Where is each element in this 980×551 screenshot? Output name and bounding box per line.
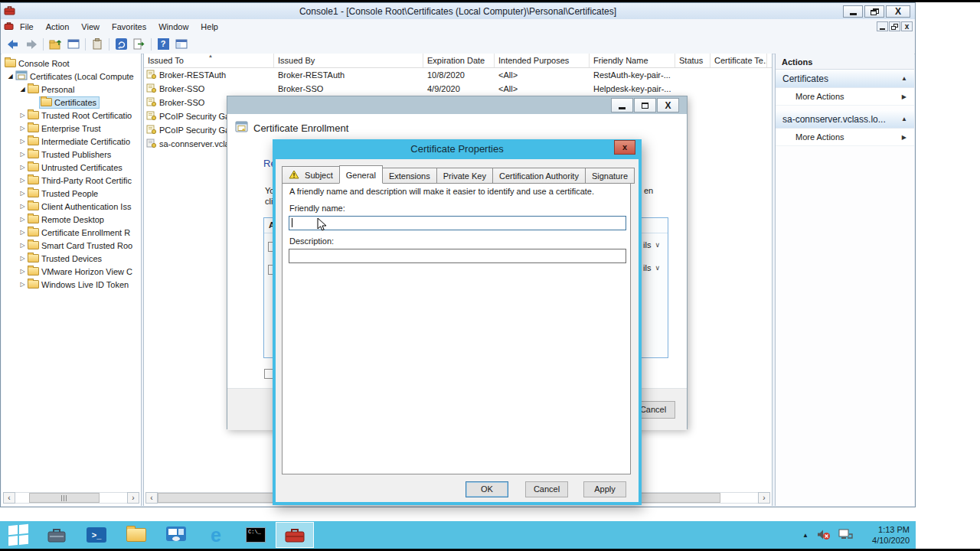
dialog-close-button[interactable]: x: [614, 140, 635, 155]
column-issued-to[interactable]: Issued To▲: [144, 54, 274, 67]
scroll-left-icon[interactable]: ‹: [145, 492, 158, 504]
menu-view[interactable]: View: [75, 20, 106, 34]
column-issued-by[interactable]: Issued By: [274, 54, 423, 67]
chevron-collapsed-icon[interactable]: ▷: [18, 281, 28, 288]
chevron-collapsed-icon[interactable]: ▷: [18, 268, 28, 275]
ok-button[interactable]: OK: [466, 481, 508, 497]
chevron-collapsed-icon[interactable]: ▷: [18, 203, 28, 210]
tree-item-certificates-local[interactable]: ◢ Certificates (Local Compute: [2, 70, 141, 83]
chevron-collapsed-icon[interactable]: ▷: [18, 190, 28, 197]
taskbar-server-manager[interactable]: [37, 521, 77, 549]
back-icon[interactable]: [4, 36, 22, 52]
up-folder-icon[interactable]: [46, 36, 64, 52]
tree-item-client-authentication[interactable]: ▷ Client Authentication Iss: [2, 200, 141, 213]
chevron-collapsed-icon[interactable]: ▷: [18, 125, 28, 132]
mdi-close-button[interactable]: x: [901, 21, 913, 31]
clipboard-icon[interactable]: [88, 36, 106, 52]
refresh-icon[interactable]: [112, 36, 130, 52]
tree-item-remote-desktop[interactable]: ▷ Remote Desktop: [2, 213, 141, 226]
tab-certification-authority[interactable]: Certification Authority: [492, 168, 586, 184]
description-input[interactable]: [289, 249, 626, 263]
collapse-icon[interactable]: ▲: [901, 116, 907, 122]
help-icon[interactable]: ?: [154, 36, 172, 52]
menu-file[interactable]: File: [14, 20, 40, 34]
chevron-collapsed-icon[interactable]: ▷: [18, 229, 28, 236]
friendly-name-input[interactable]: [289, 216, 626, 230]
chevron-collapsed-icon[interactable]: ▷: [18, 164, 28, 171]
chevron-collapsed-icon[interactable]: ▷: [18, 138, 28, 145]
scroll-left-icon[interactable]: ‹: [3, 492, 15, 504]
tree-item-trusted-publishers[interactable]: ▷ Trusted Publishers: [2, 148, 141, 161]
scroll-right-icon[interactable]: ›: [127, 492, 139, 504]
tree-item-certificate-enrollment[interactable]: ▷ Certificate Enrollment R: [2, 226, 141, 239]
tab-extensions[interactable]: Extensions: [382, 168, 437, 184]
taskbar-powershell[interactable]: >_: [77, 521, 116, 549]
enrollment-maximize-button[interactable]: [634, 98, 656, 112]
mdi-restore-button[interactable]: [889, 21, 900, 31]
list-row-broker-restauth[interactable]: Broker-RESTAuth Broker-RESTAuth 10/8/202…: [144, 68, 772, 82]
details-link[interactable]: ils ∨: [643, 263, 660, 272]
column-intended-purposes[interactable]: Intended Purposes: [495, 54, 590, 67]
column-status[interactable]: Status: [675, 54, 710, 67]
forward-icon[interactable]: [22, 36, 41, 52]
export-list-icon[interactable]: [130, 36, 149, 52]
menu-window[interactable]: Window: [152, 20, 194, 34]
tree-horizontal-scrollbar[interactable]: ‹ ›: [3, 492, 139, 504]
show-console-tree-icon[interactable]: [172, 36, 191, 52]
tree-item-windows-live-id[interactable]: ▷ Windows Live ID Token: [2, 278, 141, 291]
taskbar-clock[interactable]: 1:13 PM 4/10/2020: [861, 524, 910, 546]
column-friendly-name[interactable]: Friendly Name: [590, 54, 675, 67]
chevron-collapsed-icon[interactable]: ▷: [18, 216, 28, 223]
title-bar[interactable]: Console1 - [Console Root\Certificates (L…: [1, 3, 915, 19]
chevron-expanded-icon[interactable]: ◢: [18, 86, 28, 93]
scrollbar-thumb[interactable]: [29, 493, 100, 503]
column-certificate-template[interactable]: Certificate Te...: [710, 54, 767, 67]
taskbar-mmc-console[interactable]: [276, 522, 314, 548]
enrollment-minimize-button[interactable]: [611, 98, 633, 112]
restore-button[interactable]: [864, 5, 884, 18]
tree-item-trusted-people[interactable]: ▷ Trusted People: [2, 187, 141, 200]
tree-item-certificates[interactable]: Certificates: [2, 96, 141, 109]
tree-item-console-root[interactable]: Console Root: [2, 57, 141, 70]
taskbar-file-explorer[interactable]: [116, 521, 156, 549]
chevron-collapsed-icon[interactable]: ▷: [18, 177, 28, 184]
list-row-broker-sso-1[interactable]: Broker-SSO Broker-SSO 4/9/2020 <All> Hel…: [144, 82, 772, 96]
tab-private-key[interactable]: Private Key: [436, 168, 493, 184]
scroll-right-icon[interactable]: ›: [758, 492, 770, 504]
column-expiration-date[interactable]: Expiration Date: [423, 54, 495, 67]
menu-action[interactable]: Action: [40, 20, 76, 34]
chevron-expanded-icon[interactable]: ◢: [5, 73, 15, 80]
tree-item-third-party-root[interactable]: ▷ Third-Party Root Certific: [2, 174, 141, 187]
mdi-minimize-button[interactable]: [877, 21, 888, 31]
minimize-button[interactable]: [843, 5, 863, 18]
details-link[interactable]: ils ∨: [643, 240, 660, 249]
actions-section-certificates[interactable]: Certificates ▲: [776, 70, 914, 88]
tree-item-untrusted-certificates[interactable]: ▷ Untrusted Certificates: [2, 161, 141, 174]
taskbar-command-prompt[interactable]: C:\_: [236, 521, 276, 549]
tree-item-vmware-horizon[interactable]: ▷ VMware Horizon View C: [2, 265, 141, 278]
chevron-collapsed-icon[interactable]: ▷: [18, 255, 28, 262]
cancel-button[interactable]: Cancel: [525, 481, 568, 497]
more-actions-sa-connserver[interactable]: More Actions ▶: [776, 129, 914, 146]
menu-favorites[interactable]: Favorites: [106, 20, 152, 34]
tab-signature[interactable]: Signature: [585, 168, 635, 184]
apply-button[interactable]: Apply: [583, 481, 626, 497]
menu-help[interactable]: Help: [194, 20, 224, 34]
tree-item-trusted-root[interactable]: ▷ Trusted Root Certificatio: [2, 109, 141, 122]
start-button[interactable]: [0, 521, 37, 549]
taskbar-internet-explorer[interactable]: e: [196, 521, 236, 549]
tree-item-trusted-devices[interactable]: ▷ Trusted Devices: [2, 252, 141, 265]
volume-muted-icon[interactable]: [816, 529, 831, 542]
show-hidden-icons-button[interactable]: ▲: [802, 532, 808, 539]
tab-subject[interactable]: Subject: [282, 166, 340, 184]
actions-section-sa-connserver[interactable]: sa-connserver.vclass.lo... ▲: [776, 110, 914, 129]
network-icon[interactable]: [838, 529, 853, 542]
close-button[interactable]: X: [886, 5, 910, 18]
console-window-icon[interactable]: [64, 36, 83, 52]
tree-item-intermediate[interactable]: ▷ Intermediate Certificatio: [2, 135, 141, 148]
chevron-collapsed-icon[interactable]: ▷: [18, 242, 28, 249]
more-actions-certificates[interactable]: More Actions ▶: [776, 88, 914, 106]
taskbar-admin-tools[interactable]: [156, 521, 196, 549]
tree-item-enterprise-trust[interactable]: ▷ Enterprise Trust: [2, 122, 141, 135]
enrollment-close-button[interactable]: X: [657, 98, 679, 112]
